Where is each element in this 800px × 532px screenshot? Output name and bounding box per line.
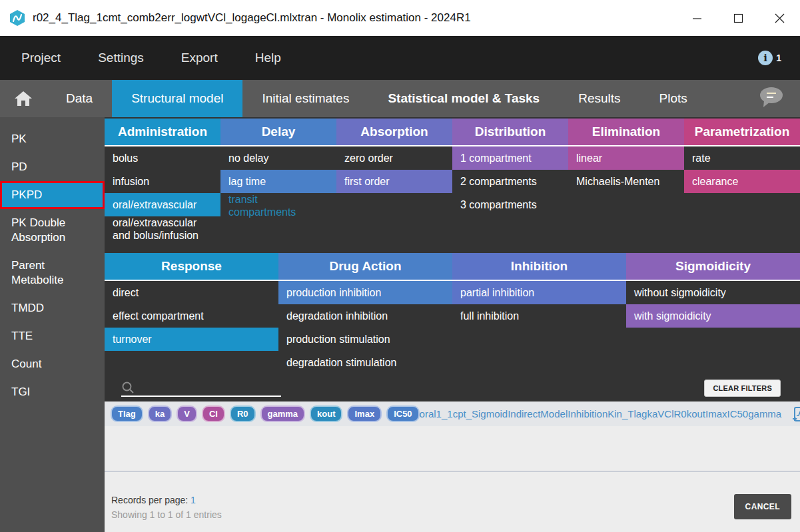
category-header-drug-action: Drug Action — [278, 253, 452, 281]
home-tab[interactable] — [0, 80, 47, 117]
option-zero-order[interactable]: zero order — [336, 146, 452, 170]
sidebar-item-pk-double-absorption[interactable]: PK Double Absorption — [0, 209, 105, 252]
option-1-compartment[interactable]: 1 compartment — [452, 146, 568, 170]
category-absorption: Absorptionzero orderfirst order — [336, 119, 452, 242]
param-badge-gamma: gamma — [260, 405, 306, 422]
sidebar-item-pkpd[interactable]: PKPD — [0, 181, 105, 209]
option-michaelis-menten[interactable]: Michaelis-Menten — [568, 170, 684, 193]
titlebar: r02_4_Tlag_1cmt_comb2err_logwtVCl_logage… — [0, 0, 800, 36]
search-input[interactable] — [139, 383, 274, 396]
menu-item-help[interactable]: Help — [255, 51, 281, 65]
category-header-response: Response — [105, 253, 278, 281]
option-degradation-stimulation[interactable]: degradation stimulation — [278, 351, 452, 374]
option-clearance[interactable]: clearance — [684, 170, 800, 193]
sidebar-item-pd[interactable]: PD — [0, 153, 105, 181]
search-box[interactable] — [121, 376, 281, 397]
category-sigmoidicity: Sigmoidicitywithout sigmoidicitywith sig… — [626, 253, 800, 374]
tab-statistical-model-tasks[interactable]: Statistical model & Tasks — [368, 80, 559, 117]
model-file-icon[interactable] — [792, 406, 800, 422]
sidebar-item-tte[interactable]: TTE — [0, 322, 105, 350]
option-direct[interactable]: direct — [105, 281, 278, 304]
menu-item-export[interactable]: Export — [181, 51, 218, 65]
category-parametrization: Parametrizationrateclearance — [684, 119, 800, 242]
maximize-button[interactable] — [717, 0, 759, 36]
option-3-compartments[interactable]: 3 compartments — [452, 193, 568, 216]
results-footer: Records per page: 1 Showing 1 to 1 of 1 … — [105, 426, 800, 532]
tab-initial-estimates[interactable]: Initial estimates — [242, 80, 368, 117]
category-delay: Delayno delaylag timetransit compartment… — [220, 119, 336, 242]
category-header-inhibition: Inhibition — [452, 253, 626, 281]
records-per-page-label: Records per page: — [111, 495, 188, 505]
category-distribution: Distribution1 compartment2 compartments3… — [452, 119, 568, 242]
option-oral-extravascular-and-bolus-infusion[interactable]: oral/extravascular and bolus/infusion — [105, 216, 220, 242]
tab-plots[interactable]: Plots — [640, 80, 707, 117]
option-linear[interactable]: linear — [568, 146, 684, 170]
option-without-sigmoidicity[interactable]: without sigmoidicity — [626, 281, 800, 304]
option-first-order[interactable]: first order — [336, 170, 452, 193]
category-header-delay: Delay — [220, 119, 336, 146]
option-partial-inhibition[interactable]: partial inhibition — [452, 281, 626, 304]
param-badge-ka: ka — [148, 405, 172, 422]
category-header-administration: Administration — [105, 119, 220, 146]
category-header-sigmoidicity: Sigmoidicity — [626, 253, 800, 281]
category-header-absorption: Absorption — [336, 119, 452, 146]
notification-area[interactable]: i 1 — [758, 51, 781, 65]
param-badge-tlag: Tlag — [111, 405, 143, 422]
option-production-inhibition[interactable]: production inhibition — [278, 281, 452, 304]
model-library: Administrationbolusinfusionoral/extravas… — [105, 117, 800, 532]
feedback-bubble[interactable] — [759, 86, 784, 111]
sidebar-item-pk[interactable]: PK — [0, 125, 105, 153]
home-icon — [14, 91, 33, 107]
option-turnover[interactable]: turnover — [105, 328, 278, 351]
category-header-distribution: Distribution — [452, 119, 568, 146]
sidebar-item-parent-metabolite[interactable]: Parent Metabolite — [0, 252, 105, 294]
search-icon — [121, 381, 135, 394]
option-production-stimulation[interactable]: production stimulation — [278, 328, 452, 351]
option-rate[interactable]: rate — [684, 146, 800, 170]
tab-structural-model[interactable]: Structural model — [112, 80, 242, 117]
param-badge-v: V — [177, 405, 197, 422]
monolix-app-icon — [9, 9, 26, 27]
category-header-elimination: Elimination — [568, 119, 684, 146]
category-inhibition: Inhibitionpartial inhibitionfull inhibit… — [452, 253, 626, 374]
tab-results[interactable]: Results — [559, 80, 639, 117]
close-button[interactable] — [759, 0, 800, 36]
sidebar-item-count[interactable]: Count — [0, 350, 105, 378]
info-count: 1 — [776, 53, 781, 63]
sidebar-item-tgi[interactable]: TGI — [0, 378, 105, 406]
result-row[interactable]: TlagkaVClR0gammakoutImaxIC50 oral1_1cpt_… — [105, 401, 800, 426]
tab-data[interactable]: Data — [47, 80, 112, 117]
minimize-button[interactable] — [676, 0, 717, 36]
records-per-page: Records per page: 1 — [111, 495, 196, 505]
category-drug-action: Drug Actionproduction inhibitiondegradat… — [278, 253, 452, 374]
option-bolus[interactable]: bolus — [105, 146, 220, 170]
menubar: ProjectSettingsExportHelp i 1 — [0, 36, 800, 80]
option-2-compartments[interactable]: 2 compartments — [452, 170, 568, 193]
footer-divider — [105, 471, 800, 472]
category-elimination: EliminationlinearMichaelis-Menten — [568, 119, 684, 242]
option-transit-compartments[interactable]: transit compartments — [220, 193, 336, 218]
param-badge-kout: kout — [310, 405, 342, 422]
clear-filters-button[interactable]: CLEAR FILTERS — [704, 380, 781, 397]
cancel-button[interactable]: CANCEL — [734, 494, 791, 519]
showing-entries: Showing 1 to 1 of 1 entries — [111, 509, 222, 520]
option-full-inhibition[interactable]: full inhibition — [452, 304, 626, 328]
sidebar-item-tmdd[interactable]: TMDD — [0, 294, 105, 322]
menu-item-settings[interactable]: Settings — [98, 51, 144, 65]
model-link[interactable]: oral1_1cpt_SigmoidIndirectModelInhibitio… — [420, 408, 782, 419]
option-effect-compartment[interactable]: effect compartment — [105, 304, 278, 328]
category-response: Responsedirecteffect compartmentturnover — [105, 253, 278, 374]
param-badge-cl: Cl — [202, 405, 225, 422]
option-no-delay[interactable]: no delay — [220, 146, 336, 170]
option-degradation-inhibition[interactable]: degradation inhibition — [278, 304, 452, 328]
records-per-page-value[interactable]: 1 — [191, 495, 196, 505]
option-lag-time[interactable]: lag time — [220, 170, 336, 193]
option-infusion[interactable]: infusion — [105, 170, 220, 193]
chat-icon — [759, 86, 784, 109]
option-oral-extravascular[interactable]: oral/extravascular — [105, 193, 220, 216]
filter-row: CLEAR FILTERS — [105, 374, 800, 401]
info-icon[interactable]: i — [758, 51, 773, 65]
category-header-parametrization: Parametrization — [684, 119, 800, 146]
option-with-sigmoidicity[interactable]: with sigmoidicity — [626, 304, 800, 328]
menu-item-project[interactable]: Project — [21, 51, 61, 65]
